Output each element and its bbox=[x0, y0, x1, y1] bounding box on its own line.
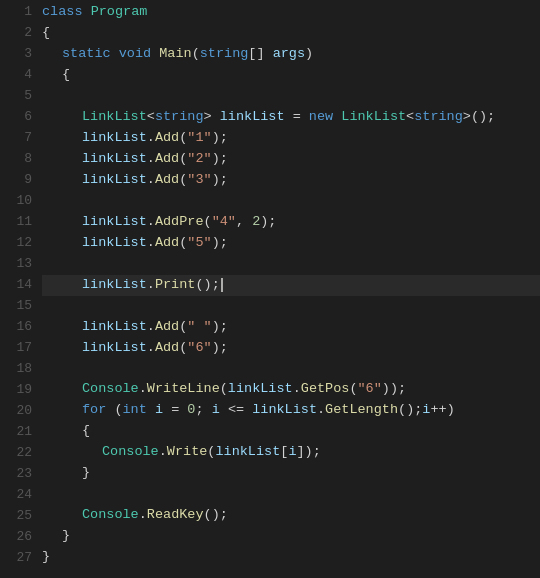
code-line-13 bbox=[42, 254, 540, 275]
code-line-3: static void Main(string[] args) bbox=[42, 44, 540, 65]
line-numbers: 1 2 3 4 5 6 7 8 9 10 11 12 13 14 15 16 1… bbox=[0, 0, 38, 578]
code-line-12: linkList.Add("5"); bbox=[42, 233, 540, 254]
code-editor: 1 2 3 4 5 6 7 8 9 10 11 12 13 14 15 16 1… bbox=[0, 0, 540, 578]
code-line-10 bbox=[42, 191, 540, 212]
code-line-8: linkList.Add("2"); bbox=[42, 149, 540, 170]
code-line-18 bbox=[42, 358, 540, 379]
code-line-7: linkList.Add("1"); bbox=[42, 128, 540, 149]
code-line-25: Console.ReadKey(); bbox=[42, 505, 540, 526]
code-line-21: { bbox=[42, 421, 540, 442]
code-line-2: { bbox=[42, 23, 540, 44]
code-line-23: } bbox=[42, 463, 540, 484]
code-line-20: for (int i = 0; i <= linkList.GetLength(… bbox=[42, 400, 540, 421]
code-line-24 bbox=[42, 484, 540, 505]
code-line-17: linkList.Add("6"); bbox=[42, 338, 540, 359]
code-line-1: class Program bbox=[42, 2, 540, 23]
code-line-9: linkList.Add("3"); bbox=[42, 170, 540, 191]
code-line-11: linkList.AddPre("4", 2); bbox=[42, 212, 540, 233]
code-line-27: } bbox=[42, 547, 540, 568]
code-line-26: } bbox=[42, 526, 540, 547]
code-line-5 bbox=[42, 86, 540, 107]
code-line-14: linkList.Print(); bbox=[42, 275, 540, 296]
code-line-22: Console.Write(linkList[i]); bbox=[42, 442, 540, 463]
code-line-15 bbox=[42, 296, 540, 317]
code-line-19: Console.WriteLine(linkList.GetPos("6")); bbox=[42, 379, 540, 400]
code-line-4: { bbox=[42, 65, 540, 86]
code-line-16: linkList.Add(" "); bbox=[42, 317, 540, 338]
code-content[interactable]: class Program { static void Main(string[… bbox=[38, 0, 540, 578]
code-line-6: LinkList<string> linkList = new LinkList… bbox=[42, 107, 540, 128]
